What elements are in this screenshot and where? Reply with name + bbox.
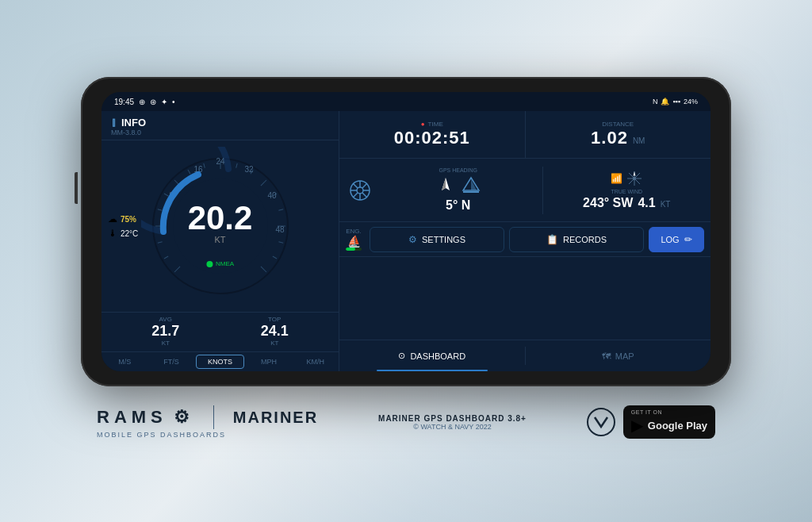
avg-value: 21.7 — [151, 323, 179, 340]
info-header: ⫿ INFO MM-3.8.0 — [102, 111, 339, 140]
unit-kmh[interactable]: KM/H — [292, 352, 339, 371]
unit-ms[interactable]: M/S — [102, 352, 148, 371]
records-label: RECORDS — [563, 235, 607, 244]
svg-line-18 — [272, 256, 276, 259]
records-icon: 📋 — [546, 234, 558, 245]
eng-block: ENG. ⛵ — [346, 228, 362, 251]
tab-map[interactable]: 🗺 MAP — [526, 340, 711, 371]
svg-line-6 — [163, 194, 167, 196]
unit-mph[interactable]: MPH — [246, 352, 293, 371]
wifi-signal-icon: 📶 — [611, 173, 622, 184]
compass-icons — [435, 175, 482, 197]
precip-pct: 75% — [121, 215, 136, 224]
rams-subtitle: MOBILE GPS DASHBOARDS — [97, 431, 318, 439]
app-title: MARINER GPS DASHBOARD 3.8+ — [378, 414, 527, 423]
svg-point-48 — [633, 177, 636, 180]
nmea-dot — [206, 261, 213, 267]
svg-line-9 — [203, 163, 205, 168]
top-value: 24.1 — [261, 323, 289, 340]
svg-line-1 — [174, 267, 180, 272]
nav-divider — [542, 167, 543, 214]
noti-icon: 🔔 — [661, 98, 669, 106]
speed-number: 20.2 — [188, 202, 253, 235]
helm-svg — [349, 179, 371, 202]
map-label: MAP — [615, 351, 634, 361]
mariner-logo: MARINER — [233, 409, 318, 427]
distance-value: 1.02 — [591, 128, 628, 148]
svg-line-3 — [157, 242, 162, 244]
time-value: 00:02:51 — [394, 128, 470, 148]
thermometer-icon: 🌡 — [108, 228, 117, 239]
top-unit: KT — [261, 340, 289, 347]
unit-knots[interactable]: KNOTS — [196, 355, 244, 369]
helm-button[interactable] — [346, 176, 374, 205]
wn-logo-svg — [592, 413, 611, 432]
sailboat-icon — [460, 175, 482, 197]
svg-line-2 — [163, 256, 167, 259]
engine-icon: ⛵ — [347, 235, 361, 248]
rams-text: RAMS — [97, 407, 167, 428]
gplay-row: ▶ Google Play — [631, 416, 707, 435]
nmea-text: NMEA — [216, 260, 234, 267]
svg-line-8 — [188, 170, 190, 174]
wind-compass-icon — [626, 170, 643, 187]
avg-stat: AVG 21.7 KT — [151, 316, 179, 347]
svg-line-17 — [278, 242, 283, 244]
stats-row: AVG 21.7 KT TOP 24.1 KT — [102, 312, 339, 351]
speedometer-area: ☁ 75% 🌡 22°C — [102, 140, 339, 312]
copyright: © WATCH & NAVY 2022 — [378, 423, 527, 431]
cloud-icon: ☁ — [108, 213, 117, 225]
dashboard-icon: ⊙ — [398, 351, 405, 361]
edit-icon: ✏ — [684, 234, 692, 245]
gps-heading-value: 5° N — [446, 198, 470, 213]
top-label: TOP — [261, 316, 289, 323]
status-bar: 19:45 ⊕ ⊛ ✦ • N 🔔 ▪▪▪ 24% — [102, 92, 710, 111]
phone-screen: 19:45 ⊕ ⊛ ✦ • N 🔔 ▪▪▪ 24% — [102, 92, 710, 371]
true-wind-unit: KT — [661, 200, 671, 209]
svg-line-15 — [278, 209, 283, 211]
page-wrapper: 19:45 ⊕ ⊛ ✦ • N 🔔 ▪▪▪ 24% — [0, 0, 812, 522]
svg-line-13 — [260, 180, 266, 186]
eng-label: ENG. — [346, 228, 362, 235]
status-left: 19:45 ⊕ ⊛ ✦ • — [114, 98, 175, 106]
settings-label: SETTINGS — [422, 235, 465, 244]
play-icon: ▶ — [631, 416, 643, 435]
brand-right: GET IT ON ▶ Google Play — [587, 405, 715, 439]
map-icon: 🗺 — [602, 351, 611, 361]
svg-line-34 — [353, 183, 358, 188]
battery-pct: 24% — [684, 98, 698, 106]
distance-metric: DISTANCE 1.02 NM — [526, 111, 711, 158]
distance-unit: NM — [633, 136, 645, 145]
get-it-on-text: GET IT ON — [631, 409, 662, 415]
signal-bars-icon: ⫿ — [111, 116, 117, 129]
status-time: 19:45 — [114, 98, 134, 106]
left-panel: ⫿ INFO MM-3.8.0 ☁ 75% — [102, 111, 339, 371]
brand-center: MARINER GPS DASHBOARD 3.8+ © WATCH & NAV… — [378, 414, 527, 431]
svg-line-19 — [260, 267, 266, 272]
records-button[interactable]: 📋 RECORDS — [509, 227, 644, 252]
record-dot: ● — [421, 121, 425, 128]
gps-heading-group: GPS HEADING — [381, 167, 536, 213]
brand-left: RAMS ⚙ MARINER MOBILE GPS DASHBOARDS — [97, 405, 318, 439]
settings-button[interactable]: ⚙ SETTINGS — [370, 227, 504, 252]
google-play-text: Google Play — [648, 420, 707, 432]
svg-line-35 — [362, 193, 367, 198]
time-label: ● TIME — [421, 121, 443, 128]
app-content: ⫿ INFO MM-3.8.0 ☁ 75% — [102, 111, 710, 371]
tab-dashboard[interactable]: ⊙ DASHBOARD — [339, 340, 525, 371]
mariner-text: MARINER — [233, 409, 318, 427]
precipitation-item: ☁ 75% — [108, 213, 138, 225]
nfc-icon: N — [653, 98, 658, 106]
wifi-icon: ⊛ — [150, 98, 156, 106]
avg-label: AVG — [151, 316, 179, 323]
unit-fts[interactable]: FT/S — [148, 352, 195, 371]
log-button[interactable]: LOG ✏ — [649, 227, 704, 252]
signal-icon: ▪▪▪ — [672, 98, 680, 106]
google-play-button[interactable]: GET IT ON ▶ Google Play — [623, 405, 715, 439]
avg-unit: KT — [151, 340, 179, 347]
svg-line-37 — [353, 193, 358, 198]
true-wind-group: 📶 T — [550, 170, 705, 210]
status-right: N 🔔 ▪▪▪ 24% — [653, 98, 698, 106]
time-metric: ● TIME 00:02:51 — [339, 111, 526, 158]
svg-text:32: 32 — [244, 165, 254, 174]
